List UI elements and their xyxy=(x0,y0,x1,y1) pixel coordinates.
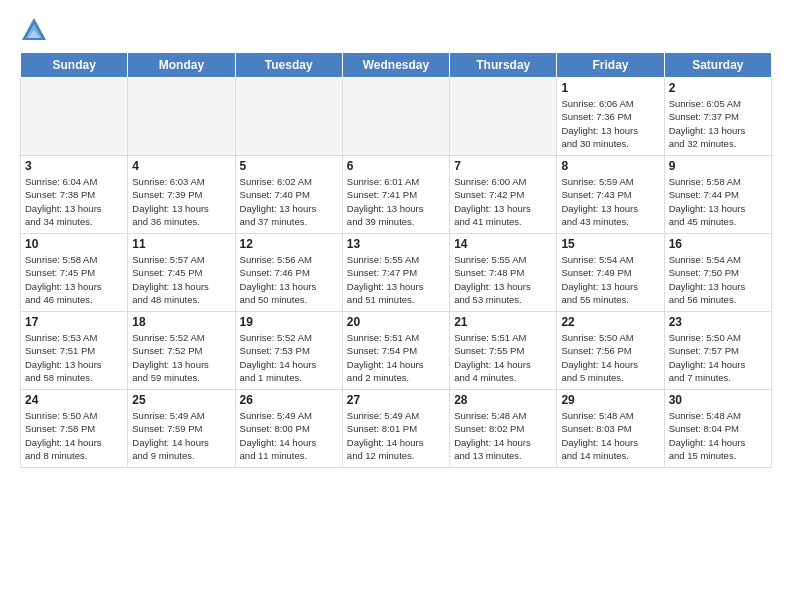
day-number: 10 xyxy=(25,237,123,251)
day-number: 9 xyxy=(669,159,767,173)
calendar-cell: 25Sunrise: 5:49 AM Sunset: 7:59 PM Dayli… xyxy=(128,390,235,468)
header-cell-saturday: Saturday xyxy=(664,53,771,78)
calendar-cell: 27Sunrise: 5:49 AM Sunset: 8:01 PM Dayli… xyxy=(342,390,449,468)
day-info: Sunrise: 5:48 AM Sunset: 8:02 PM Dayligh… xyxy=(454,409,552,462)
day-info: Sunrise: 6:06 AM Sunset: 7:36 PM Dayligh… xyxy=(561,97,659,150)
day-info: Sunrise: 5:54 AM Sunset: 7:50 PM Dayligh… xyxy=(669,253,767,306)
day-info: Sunrise: 5:57 AM Sunset: 7:45 PM Dayligh… xyxy=(132,253,230,306)
day-number: 20 xyxy=(347,315,445,329)
day-info: Sunrise: 5:52 AM Sunset: 7:52 PM Dayligh… xyxy=(132,331,230,384)
calendar-body: 1Sunrise: 6:06 AM Sunset: 7:36 PM Daylig… xyxy=(21,78,772,468)
calendar-cell xyxy=(21,78,128,156)
calendar-cell: 10Sunrise: 5:58 AM Sunset: 7:45 PM Dayli… xyxy=(21,234,128,312)
day-number: 14 xyxy=(454,237,552,251)
calendar-cell: 18Sunrise: 5:52 AM Sunset: 7:52 PM Dayli… xyxy=(128,312,235,390)
day-info: Sunrise: 5:55 AM Sunset: 7:48 PM Dayligh… xyxy=(454,253,552,306)
calendar-cell: 11Sunrise: 5:57 AM Sunset: 7:45 PM Dayli… xyxy=(128,234,235,312)
day-number: 3 xyxy=(25,159,123,173)
day-number: 12 xyxy=(240,237,338,251)
header-cell-wednesday: Wednesday xyxy=(342,53,449,78)
calendar-cell: 30Sunrise: 5:48 AM Sunset: 8:04 PM Dayli… xyxy=(664,390,771,468)
day-number: 4 xyxy=(132,159,230,173)
day-info: Sunrise: 5:48 AM Sunset: 8:04 PM Dayligh… xyxy=(669,409,767,462)
day-info: Sunrise: 6:04 AM Sunset: 7:38 PM Dayligh… xyxy=(25,175,123,228)
day-number: 25 xyxy=(132,393,230,407)
day-number: 2 xyxy=(669,81,767,95)
calendar-cell xyxy=(235,78,342,156)
day-number: 11 xyxy=(132,237,230,251)
calendar-cell: 2Sunrise: 6:05 AM Sunset: 7:37 PM Daylig… xyxy=(664,78,771,156)
day-number: 1 xyxy=(561,81,659,95)
day-number: 19 xyxy=(240,315,338,329)
calendar-cell: 23Sunrise: 5:50 AM Sunset: 7:57 PM Dayli… xyxy=(664,312,771,390)
calendar-cell xyxy=(342,78,449,156)
calendar-cell: 26Sunrise: 5:49 AM Sunset: 8:00 PM Dayli… xyxy=(235,390,342,468)
day-info: Sunrise: 5:51 AM Sunset: 7:55 PM Dayligh… xyxy=(454,331,552,384)
week-row-3: 17Sunrise: 5:53 AM Sunset: 7:51 PM Dayli… xyxy=(21,312,772,390)
calendar-cell: 5Sunrise: 6:02 AM Sunset: 7:40 PM Daylig… xyxy=(235,156,342,234)
calendar-cell: 9Sunrise: 5:58 AM Sunset: 7:44 PM Daylig… xyxy=(664,156,771,234)
week-row-2: 10Sunrise: 5:58 AM Sunset: 7:45 PM Dayli… xyxy=(21,234,772,312)
calendar-cell: 7Sunrise: 6:00 AM Sunset: 7:42 PM Daylig… xyxy=(450,156,557,234)
day-number: 30 xyxy=(669,393,767,407)
logo xyxy=(20,16,52,44)
day-number: 7 xyxy=(454,159,552,173)
day-info: Sunrise: 5:49 AM Sunset: 7:59 PM Dayligh… xyxy=(132,409,230,462)
day-info: Sunrise: 6:03 AM Sunset: 7:39 PM Dayligh… xyxy=(132,175,230,228)
day-number: 5 xyxy=(240,159,338,173)
day-number: 21 xyxy=(454,315,552,329)
day-number: 26 xyxy=(240,393,338,407)
header-cell-thursday: Thursday xyxy=(450,53,557,78)
day-number: 23 xyxy=(669,315,767,329)
header-cell-monday: Monday xyxy=(128,53,235,78)
calendar-cell: 14Sunrise: 5:55 AM Sunset: 7:48 PM Dayli… xyxy=(450,234,557,312)
day-number: 18 xyxy=(132,315,230,329)
day-number: 16 xyxy=(669,237,767,251)
calendar-cell: 28Sunrise: 5:48 AM Sunset: 8:02 PM Dayli… xyxy=(450,390,557,468)
calendar-cell: 6Sunrise: 6:01 AM Sunset: 7:41 PM Daylig… xyxy=(342,156,449,234)
day-info: Sunrise: 5:53 AM Sunset: 7:51 PM Dayligh… xyxy=(25,331,123,384)
day-info: Sunrise: 6:02 AM Sunset: 7:40 PM Dayligh… xyxy=(240,175,338,228)
calendar-cell: 20Sunrise: 5:51 AM Sunset: 7:54 PM Dayli… xyxy=(342,312,449,390)
calendar-cell: 1Sunrise: 6:06 AM Sunset: 7:36 PM Daylig… xyxy=(557,78,664,156)
day-number: 22 xyxy=(561,315,659,329)
day-number: 15 xyxy=(561,237,659,251)
day-number: 17 xyxy=(25,315,123,329)
calendar-cell: 12Sunrise: 5:56 AM Sunset: 7:46 PM Dayli… xyxy=(235,234,342,312)
header-cell-tuesday: Tuesday xyxy=(235,53,342,78)
day-number: 8 xyxy=(561,159,659,173)
day-number: 28 xyxy=(454,393,552,407)
day-info: Sunrise: 5:50 AM Sunset: 7:58 PM Dayligh… xyxy=(25,409,123,462)
day-number: 13 xyxy=(347,237,445,251)
day-info: Sunrise: 5:50 AM Sunset: 7:57 PM Dayligh… xyxy=(669,331,767,384)
calendar-cell: 3Sunrise: 6:04 AM Sunset: 7:38 PM Daylig… xyxy=(21,156,128,234)
logo-icon xyxy=(20,16,48,44)
calendar-cell: 17Sunrise: 5:53 AM Sunset: 7:51 PM Dayli… xyxy=(21,312,128,390)
week-row-4: 24Sunrise: 5:50 AM Sunset: 7:58 PM Dayli… xyxy=(21,390,772,468)
day-number: 27 xyxy=(347,393,445,407)
day-info: Sunrise: 5:58 AM Sunset: 7:45 PM Dayligh… xyxy=(25,253,123,306)
week-row-1: 3Sunrise: 6:04 AM Sunset: 7:38 PM Daylig… xyxy=(21,156,772,234)
day-info: Sunrise: 5:55 AM Sunset: 7:47 PM Dayligh… xyxy=(347,253,445,306)
calendar-cell xyxy=(450,78,557,156)
day-number: 6 xyxy=(347,159,445,173)
day-number: 29 xyxy=(561,393,659,407)
day-info: Sunrise: 5:50 AM Sunset: 7:56 PM Dayligh… xyxy=(561,331,659,384)
day-info: Sunrise: 5:59 AM Sunset: 7:43 PM Dayligh… xyxy=(561,175,659,228)
calendar-cell xyxy=(128,78,235,156)
calendar-cell: 4Sunrise: 6:03 AM Sunset: 7:39 PM Daylig… xyxy=(128,156,235,234)
day-number: 24 xyxy=(25,393,123,407)
day-info: Sunrise: 5:49 AM Sunset: 8:01 PM Dayligh… xyxy=(347,409,445,462)
day-info: Sunrise: 5:54 AM Sunset: 7:49 PM Dayligh… xyxy=(561,253,659,306)
calendar-cell: 29Sunrise: 5:48 AM Sunset: 8:03 PM Dayli… xyxy=(557,390,664,468)
header xyxy=(20,16,772,44)
page: SundayMondayTuesdayWednesdayThursdayFrid… xyxy=(0,0,792,478)
header-cell-friday: Friday xyxy=(557,53,664,78)
week-row-0: 1Sunrise: 6:06 AM Sunset: 7:36 PM Daylig… xyxy=(21,78,772,156)
calendar-cell: 21Sunrise: 5:51 AM Sunset: 7:55 PM Dayli… xyxy=(450,312,557,390)
day-info: Sunrise: 5:48 AM Sunset: 8:03 PM Dayligh… xyxy=(561,409,659,462)
calendar-table: SundayMondayTuesdayWednesdayThursdayFrid… xyxy=(20,52,772,468)
calendar-cell: 19Sunrise: 5:52 AM Sunset: 7:53 PM Dayli… xyxy=(235,312,342,390)
calendar-cell: 24Sunrise: 5:50 AM Sunset: 7:58 PM Dayli… xyxy=(21,390,128,468)
calendar-cell: 13Sunrise: 5:55 AM Sunset: 7:47 PM Dayli… xyxy=(342,234,449,312)
